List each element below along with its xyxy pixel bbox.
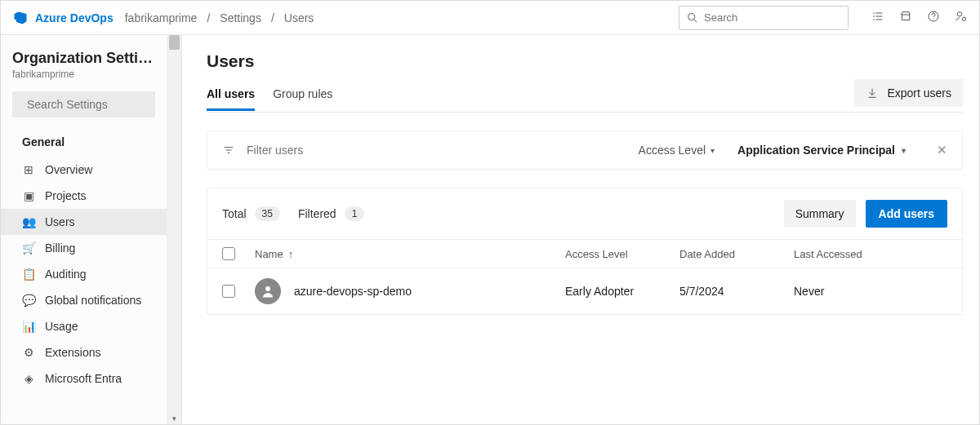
breadcrumb-settings[interactable]: Settings — [220, 11, 261, 24]
clear-filter-button[interactable]: ✕ — [937, 143, 947, 157]
sidebar-item-microsoft-entra[interactable]: ◈Microsoft Entra — [1, 365, 167, 392]
breadcrumb-separator: / — [271, 11, 274, 24]
total-count-badge: 35 — [255, 206, 280, 221]
sidebar-item-label: Usage — [45, 320, 78, 333]
total-label: Total — [222, 207, 247, 220]
filtered-label: Filtered — [298, 207, 336, 220]
sidebar: Organization Settin… fabrikamprime Gener… — [1, 35, 167, 424]
sidebar-item-icon: 📊 — [22, 320, 35, 333]
column-name-label: Name — [255, 248, 283, 260]
column-last-accessed[interactable]: Last Accessed — [794, 248, 908, 260]
chevron-down-icon: ▾ — [902, 146, 906, 155]
brand-label[interactable]: Azure DevOps — [35, 11, 114, 24]
svg-point-0 — [688, 13, 695, 20]
task-list-icon[interactable] — [871, 10, 884, 26]
scrollbar-down-arrow-icon[interactable]: ▾ — [167, 414, 181, 423]
sidebar-item-label: Users — [45, 215, 75, 228]
sidebar-subtitle: fabrikamprime — [1, 69, 167, 91]
sidebar-item-icon: 👥 — [22, 215, 35, 228]
counts-row: Total 35 Filtered 1 Summary Add users — [207, 188, 962, 239]
table-header: Name ↑ Access Level Date Added Last Acce… — [207, 239, 962, 268]
svg-point-7 — [957, 11, 961, 15]
export-users-label: Export users — [887, 86, 951, 100]
main-content: Users All usersGroup rules Export users … — [182, 35, 979, 424]
tab-all-users[interactable]: All users — [207, 81, 255, 111]
sidebar-section-general: General — [1, 132, 167, 157]
body-container: Organization Settin… fabrikamprime Gener… — [1, 35, 979, 424]
azure-devops-logo-icon — [12, 10, 29, 26]
access-level-dropdown[interactable]: Access Level ▾ — [639, 144, 715, 157]
filter-bar: Access Level ▾ Application Service Princ… — [207, 131, 963, 170]
svg-line-1 — [694, 20, 697, 22]
summary-button[interactable]: Summary — [784, 200, 856, 228]
row-name: azure-devops-sp-demo — [294, 285, 412, 298]
sidebar-item-icon: ▣ — [22, 189, 35, 202]
top-icon-group — [871, 10, 968, 26]
user-settings-icon[interactable] — [955, 10, 968, 26]
access-level-label: Access Level — [639, 144, 706, 157]
column-access-level[interactable]: Access Level — [565, 248, 679, 260]
sidebar-item-overview[interactable]: ⊞Overview — [1, 157, 167, 183]
sidebar-item-icon: 🛒 — [22, 241, 35, 255]
sidebar-title: Organization Settin… — [1, 50, 167, 69]
sidebar-item-billing[interactable]: 🛒Billing — [1, 235, 167, 261]
help-icon[interactable] — [927, 10, 940, 26]
global-search[interactable] — [679, 6, 849, 30]
tabs-row: All usersGroup rules Export users — [207, 79, 963, 113]
sidebar-item-icon: ⚙ — [22, 346, 35, 359]
global-search-input[interactable] — [704, 11, 841, 24]
sidebar-item-global-notifications[interactable]: 💬Global notifications — [1, 287, 167, 313]
column-name[interactable]: Name ↑ — [255, 248, 565, 260]
svg-point-8 — [962, 17, 965, 20]
sidebar-item-icon: ◈ — [22, 372, 35, 385]
export-users-button[interactable]: Export users — [854, 79, 963, 107]
row-checkbox[interactable] — [222, 285, 235, 298]
select-all-checkbox[interactable] — [222, 247, 235, 260]
table-row[interactable]: azure-devops-sp-demo Early Adopter 5/7/2… — [207, 268, 962, 314]
sidebar-search[interactable] — [12, 91, 155, 117]
sidebar-search-input[interactable] — [27, 98, 170, 111]
sort-ascending-icon: ↑ — [288, 248, 294, 260]
breadcrumb-users[interactable]: Users — [284, 11, 314, 24]
sidebar-item-label: Microsoft Entra — [45, 372, 122, 385]
download-icon — [866, 86, 879, 100]
row-last-accessed: Never — [794, 285, 908, 298]
filtered-count-badge: 1 — [345, 206, 365, 221]
applied-filter-value: Application Service Principal — [737, 144, 895, 157]
sidebar-item-label: Projects — [45, 189, 87, 202]
sidebar-item-projects[interactable]: ▣Projects — [1, 183, 167, 209]
breadcrumb-org[interactable]: fabrikamprime — [125, 11, 198, 24]
column-date-added[interactable]: Date Added — [679, 248, 794, 260]
sidebar-item-label: Billing — [45, 241, 75, 255]
search-icon — [686, 11, 699, 24]
sidebar-item-users[interactable]: 👥Users — [1, 209, 167, 235]
filter-input[interactable] — [247, 144, 627, 157]
top-bar: Azure DevOps fabrikamprime / Settings / … — [1, 1, 979, 35]
breadcrumb-separator: / — [207, 11, 210, 24]
marketplace-icon[interactable] — [899, 10, 912, 26]
applied-filter-dropdown[interactable]: Application Service Principal ▾ — [737, 144, 906, 157]
chevron-down-icon: ▾ — [710, 146, 715, 155]
svg-point-15 — [265, 286, 270, 291]
scrollbar-thumb[interactable] — [169, 35, 180, 50]
sidebar-item-label: Overview — [45, 163, 92, 176]
sidebar-item-auditing[interactable]: 📋Auditing — [1, 261, 167, 287]
sidebar-item-icon: ⊞ — [22, 163, 35, 176]
sidebar-item-icon: 💬 — [22, 294, 35, 307]
sidebar-item-label: Global notifications — [45, 294, 141, 307]
filter-icon — [222, 144, 235, 157]
sidebar-item-label: Extensions — [45, 346, 100, 359]
row-access-level: Early Adopter — [565, 285, 679, 298]
sidebar-item-usage[interactable]: 📊Usage — [1, 313, 167, 339]
tab-group-rules[interactable]: Group rules — [273, 81, 332, 110]
page-title: Users — [207, 51, 963, 71]
users-table-card: Total 35 Filtered 1 Summary Add users Na… — [207, 188, 963, 315]
sidebar-scrollbar[interactable]: ▾ — [167, 35, 182, 424]
sidebar-item-icon: 📋 — [22, 268, 35, 281]
svg-point-6 — [933, 18, 933, 19]
add-users-button[interactable]: Add users — [866, 200, 947, 228]
avatar-icon — [255, 278, 281, 304]
sidebar-item-label: Auditing — [45, 268, 87, 281]
sidebar-item-extensions[interactable]: ⚙Extensions — [1, 339, 167, 365]
row-date-added: 5/7/2024 — [679, 285, 794, 298]
